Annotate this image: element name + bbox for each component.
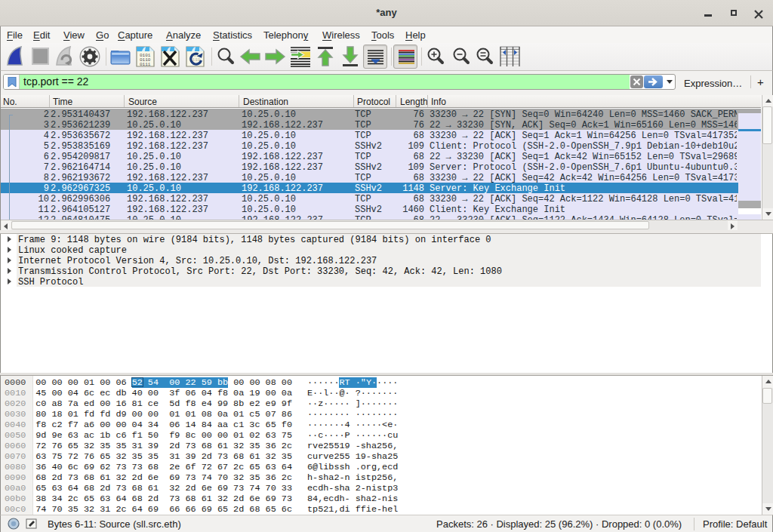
svg-text:0111: 0111 (140, 62, 151, 67)
